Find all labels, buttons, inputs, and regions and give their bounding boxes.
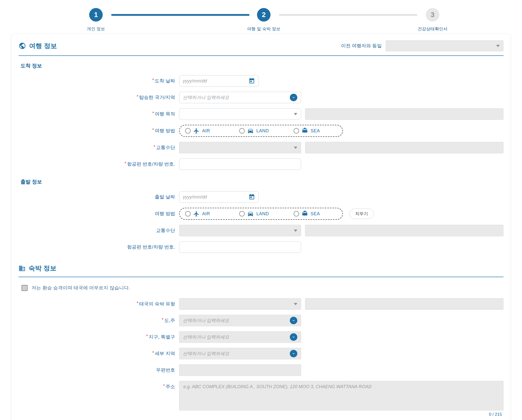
arrival-vehicle-input[interactable] — [179, 158, 301, 170]
postcode-input — [179, 364, 301, 376]
address-counter-row: 0 / 215 — [19, 412, 503, 417]
address-placeholder: e.g. ABC COMPLEX (BUILDING A , SOUTH ZON… — [183, 384, 371, 389]
subdistrict-combobox[interactable]: 선택하거나 입력하세요 — [179, 348, 301, 359]
accommodation-type-row: *태국의 숙박 유형 — [19, 298, 503, 310]
departure-transport-detail-input — [305, 225, 503, 236]
ship-icon — [302, 128, 308, 134]
required-asterisk: * — [154, 144, 155, 149]
departure-mode-radio-group: AIR LAND SEA — [179, 208, 343, 220]
step-3-circle: 3 — [426, 8, 439, 22]
chevron-down-circle-icon[interactable] — [290, 333, 297, 341]
accommodation-header: 숙박 정보 — [19, 264, 503, 273]
step-2-label: 여행 및 숙박 정보 — [219, 26, 309, 32]
boarded-country-combobox[interactable]: 선택하거나 입력하세요 — [179, 92, 301, 103]
chevron-down-circle-icon[interactable] — [290, 350, 297, 357]
travel-info-title: 여행 정보 — [29, 42, 57, 50]
arrival-info-title: 도착 정보 — [21, 62, 503, 69]
accommodation-type-label: *태국의 숙박 유형 — [19, 301, 175, 307]
plane-icon — [193, 128, 200, 134]
departure-mode-air-label: AIR — [202, 211, 210, 217]
arrival-mode-air-option[interactable]: AIR — [185, 128, 239, 134]
chevron-down-circle-icon[interactable] — [290, 94, 297, 101]
step-1-label: 개인 정보 — [51, 26, 141, 32]
province-combobox[interactable]: 선택하거나 입력하세요 — [179, 315, 301, 326]
radio-button[interactable] — [239, 211, 245, 217]
clear-button[interactable]: 지우기 — [349, 208, 374, 219]
subdistrict-placeholder: 선택하거나 입력하세요 — [183, 351, 290, 357]
boarded-country-label: *탑승한 국가/지역 — [19, 94, 175, 101]
car-icon — [247, 211, 254, 217]
radio-button[interactable] — [294, 211, 299, 217]
required-asterisk: * — [124, 161, 126, 166]
arrival-mode-sea-option[interactable]: SEA — [294, 128, 337, 134]
arrival-transport-label: *교통수단 — [19, 144, 175, 151]
departure-mode-air-option[interactable]: AIR — [185, 211, 239, 217]
arrival-mode-land-option[interactable]: LAND — [239, 128, 293, 134]
required-asterisk: * — [162, 317, 164, 322]
district-combobox[interactable]: 선택하거나 입력하세요 — [179, 331, 301, 343]
departure-mode-label: 여행 방법 — [19, 211, 175, 217]
building-icon — [19, 265, 26, 272]
step-1-circle: 1 — [89, 8, 103, 22]
step-connector-2 — [279, 14, 417, 16]
travel-purpose-row: *여행 목적 — [19, 108, 503, 120]
arrival-mode-row: *여행 방법 AIR LAND — [19, 125, 503, 137]
radio-button[interactable] — [239, 128, 245, 134]
chevron-down-icon — [294, 113, 297, 115]
arrival-date-placeholder: yyyy/mm/dd — [183, 78, 248, 84]
district-placeholder: 선택하거나 입력하세요 — [183, 334, 290, 340]
required-asterisk: * — [137, 301, 138, 306]
travel-accommodation-card: 여행 정보 이전 여행자와 동일 도착 정보 *도착 날짜 yyyy/mm/dd… — [11, 34, 511, 420]
arrival-transport-row: *교통수단 — [19, 142, 503, 153]
province-label: *도,주 — [19, 317, 175, 324]
departure-mode-sea-option[interactable]: SEA — [294, 211, 337, 217]
arrival-vehicle-row: *항공편 번호/차량 번호. — [19, 158, 503, 170]
departure-vehicle-input[interactable] — [179, 241, 301, 253]
district-row: *지구, 특별구 선택하거나 입력하세요 — [19, 331, 503, 343]
chevron-down-circle-icon[interactable] — [290, 317, 297, 324]
departure-mode-sea-label: SEA — [311, 211, 320, 217]
address-textarea[interactable]: e.g. ABC COMPLEX (BUILDING A , SOUTH ZON… — [179, 381, 503, 410]
travel-purpose-detail-input — [305, 108, 503, 120]
address-label: *주소 — [19, 381, 175, 390]
district-label: *지구, 특별구 — [19, 334, 175, 340]
same-as-previous-select[interactable] — [386, 40, 503, 51]
travel-purpose-select[interactable] — [179, 108, 301, 120]
accommodation-header-divider — [19, 277, 503, 277]
arrival-mode-sea-label: SEA — [311, 128, 320, 134]
departure-mode-land-option[interactable]: LAND — [239, 211, 293, 217]
calendar-icon[interactable] — [248, 194, 255, 200]
step-1-number: 1 — [94, 11, 98, 19]
car-icon — [247, 128, 254, 134]
calendar-icon[interactable] — [248, 78, 255, 84]
province-placeholder: 선택하거나 입력하세요 — [183, 318, 290, 324]
travel-header-divider — [19, 55, 503, 56]
transit-checkbox-row: 저는 환승 승객이며 태국에 머무르지 않습니다. — [22, 285, 503, 291]
chevron-down-icon — [294, 230, 297, 232]
transit-checkbox[interactable] — [22, 285, 28, 291]
accommodation-title: 숙박 정보 — [29, 264, 56, 273]
departure-mode-row: 여행 방법 AIR LAND — [19, 208, 503, 220]
progress-stepper: 1 2 3 개인 정보 여행 및 숙박 정보 건강상태확인서 — [0, 2, 522, 32]
same-as-previous-label: 이전 여행자와 동일 — [341, 43, 382, 49]
address-char-counter: 0 / 215 — [179, 412, 503, 417]
travel-info-header: 여행 정보 이전 여행자와 동일 — [19, 40, 503, 51]
required-asterisk: * — [152, 128, 154, 133]
departure-date-row: 출발 날짜 yyyy/mm/dd — [19, 191, 503, 203]
step-3-number: 3 — [431, 11, 434, 19]
address-row: *주소 e.g. ABC COMPLEX (BUILDING A , SOUTH… — [19, 381, 503, 410]
travel-purpose-label: *여행 목적 — [19, 111, 175, 117]
arrival-date-label: *도착 날짜 — [19, 78, 175, 84]
radio-button[interactable] — [294, 128, 299, 134]
radio-button[interactable] — [185, 211, 191, 217]
arrival-mode-air-label: AIR — [202, 128, 210, 134]
plane-icon — [193, 211, 200, 217]
postcode-row: 우편번호 — [19, 364, 503, 376]
chevron-down-icon — [496, 45, 500, 47]
postcode-label: 우편번호 — [19, 367, 175, 373]
departure-date-placeholder: yyyy/mm/dd — [183, 194, 248, 200]
arrival-date-input[interactable]: yyyy/mm/dd — [179, 75, 259, 87]
departure-date-input[interactable]: yyyy/mm/dd — [179, 191, 259, 203]
required-asterisk: * — [163, 383, 165, 388]
radio-button[interactable] — [185, 128, 191, 134]
